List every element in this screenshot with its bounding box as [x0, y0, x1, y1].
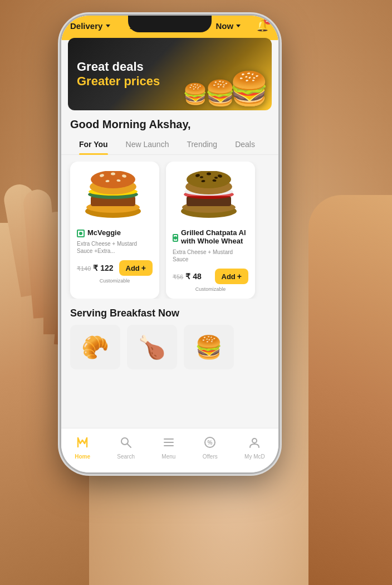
bottom-nav: Home Search	[61, 428, 278, 472]
screen-content: Delivery Home - Santacruz (W) Now 🔔 10	[61, 16, 278, 428]
menu-icon	[163, 436, 175, 452]
svg-point-33	[252, 438, 257, 443]
offers-icon: %	[204, 436, 216, 452]
category-tabs: For You New Launch Trending Deals	[61, 134, 278, 155]
nav-search[interactable]: Search	[117, 436, 135, 460]
delivery-chevron-icon	[106, 25, 110, 27]
profile-icon	[248, 436, 261, 452]
veg-badge-1: McVeggie	[77, 228, 153, 238]
veg-dot-icon	[77, 230, 85, 237]
notch	[128, 16, 212, 32]
add-button-2[interactable]: Add +	[215, 269, 248, 284]
notification-bell[interactable]: 🔔 10	[256, 19, 270, 32]
breakfast-items-row: 🥐 🍗 🍔	[61, 325, 278, 369]
price-new-1: ₹ 122	[93, 264, 113, 272]
breakfast-item-1[interactable]: 🥐	[70, 325, 120, 369]
nav-menu[interactable]: Menu	[161, 436, 175, 460]
nav-myMcd-label: My McD	[244, 454, 265, 460]
svg-point-20	[207, 173, 211, 176]
veg-dot-icon-2	[173, 234, 178, 242]
banner-burger-small-icon: 🍔	[183, 82, 208, 106]
food-card-grilled: Grilled Chatpata Al with Whole Wheat Ext…	[166, 162, 255, 299]
svg-point-26	[121, 438, 128, 445]
tab-for-you[interactable]: For You	[70, 134, 117, 154]
food-card-mcveggie: McVeggie Extra Cheese + Mustard Sauce +E…	[70, 162, 159, 299]
tab-deals[interactable]: Deals	[226, 134, 264, 154]
plus-icon-2: +	[237, 272, 242, 281]
breakfast-item-2[interactable]: 🍗	[127, 325, 177, 369]
now-button[interactable]: Now	[215, 21, 241, 31]
notification-badge: 10	[264, 16, 273, 25]
svg-point-8	[111, 173, 115, 176]
banner-title: Great deals	[77, 60, 160, 74]
scene: Delivery Home - Santacruz (W) Now 🔔 10	[0, 0, 392, 585]
food-image-mcveggie	[77, 168, 149, 224]
nav-offers[interactable]: % Offers	[203, 436, 218, 460]
banner-text: Great deals Greater prices	[77, 60, 160, 89]
now-chevron-icon	[236, 25, 241, 27]
banner-burger-medium-icon: 🍔	[205, 79, 236, 108]
price-group-2: ₹56 ₹ 48	[173, 272, 202, 281]
hand-right	[308, 195, 392, 585]
search-icon	[120, 436, 132, 452]
customizable-label-2: Customizable	[173, 286, 248, 292]
veg-badge-2: Grilled Chatpata Al with Whole Wheat	[173, 228, 248, 247]
home-icon	[76, 436, 89, 452]
nav-home[interactable]: Home	[75, 436, 90, 460]
plus-icon: +	[141, 264, 146, 272]
tab-trending[interactable]: Trending	[178, 134, 226, 154]
breakfast-section-title: Serving Breakfast Now	[61, 299, 278, 325]
food-desc-2: Extra Cheese + Mustard Sauce	[173, 248, 248, 264]
phone-screen: Delivery Home - Santacruz (W) Now 🔔 10	[61, 16, 278, 472]
food-name-2: Grilled Chatpata Al with Whole Wheat	[181, 228, 248, 245]
food-image-grilled	[173, 168, 245, 224]
food-cards-list: McVeggie Extra Cheese + Mustard Sauce +E…	[61, 162, 278, 299]
breakfast-item-3[interactable]: 🍔	[184, 325, 234, 369]
price-old-2: ₹56	[173, 274, 183, 281]
price-old-1: ₹140	[77, 265, 91, 272]
delivery-button[interactable]: Delivery	[70, 21, 110, 31]
phone-frame: Delivery Home - Santacruz (W) Now 🔔 10	[61, 16, 278, 472]
svg-text:%: %	[208, 440, 213, 446]
tab-new-launch[interactable]: New Launch	[117, 134, 178, 154]
add-button-1[interactable]: Add +	[119, 260, 153, 276]
food-name-1: McVeggie	[87, 228, 121, 237]
svg-line-27	[128, 444, 131, 447]
now-label: Now	[215, 21, 233, 31]
price-new-2: ₹ 48	[185, 272, 201, 281]
nav-offers-label: Offers	[203, 454, 218, 460]
nav-search-label: Search	[117, 454, 135, 460]
price-group-1: ₹140 ₹ 122	[77, 264, 114, 272]
customizable-label-1: Customizable	[77, 278, 153, 284]
delivery-label: Delivery	[70, 21, 102, 31]
banner-subtitle: Greater prices	[77, 74, 160, 89]
nav-home-label: Home	[75, 454, 90, 460]
price-row-2: ₹56 ₹ 48 Add +	[173, 269, 248, 284]
greeting-text: Good Morning Akshay,	[61, 110, 278, 134]
nav-myMcd[interactable]: My McD	[244, 436, 265, 460]
price-row-1: ₹140 ₹ 122 Add +	[77, 260, 153, 276]
nav-menu-label: Menu	[161, 454, 175, 460]
promo-banner[interactable]: Great deals Greater prices 🍔 🍔 🍔	[68, 38, 272, 110]
food-desc-1: Extra Cheese + Mustard Sauce +Extra...	[77, 240, 153, 256]
